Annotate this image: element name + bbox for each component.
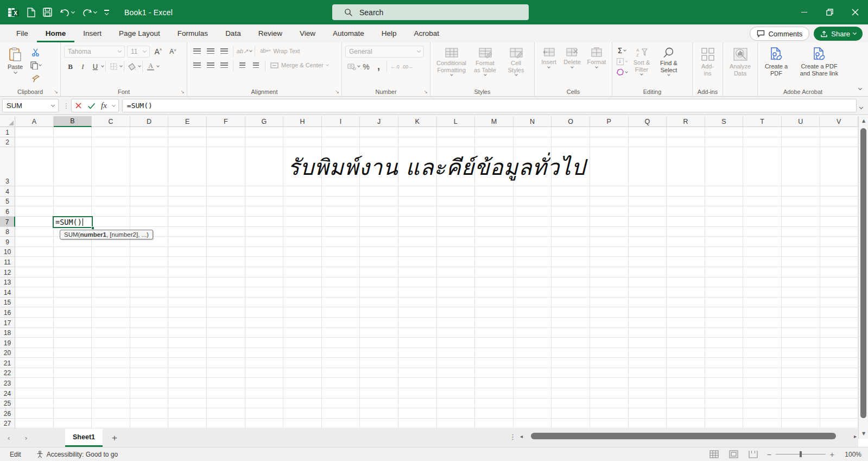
zoom-track[interactable] bbox=[776, 454, 826, 454]
italic-button[interactable]: I bbox=[77, 61, 89, 72]
format-as-table-button[interactable]: Format as Table bbox=[470, 46, 501, 77]
row-header-5[interactable]: 5 bbox=[0, 197, 15, 207]
collapse-ribbon-icon[interactable] bbox=[859, 82, 861, 92]
tab-automate[interactable]: Automate bbox=[324, 24, 373, 42]
grid-row-19[interactable] bbox=[15, 338, 858, 348]
column-header-h[interactable]: H bbox=[283, 116, 322, 127]
grid-row-26[interactable] bbox=[15, 408, 858, 419]
vertical-scrollbar[interactable]: ▲ ▼ bbox=[858, 116, 868, 439]
column-header-k[interactable]: K bbox=[398, 116, 437, 127]
column-header-m[interactable]: M bbox=[475, 116, 514, 127]
cell-styles-button[interactable]: Cell Styles bbox=[502, 46, 530, 77]
grid-row-25[interactable] bbox=[15, 399, 858, 409]
sort-filter-button[interactable]: AZ Sort & Filter bbox=[629, 46, 654, 77]
row-header-16[interactable]: 16 bbox=[0, 307, 15, 318]
tab-view[interactable]: View bbox=[291, 24, 324, 42]
column-header-i[interactable]: I bbox=[322, 116, 360, 127]
row-header-15[interactable]: 15 bbox=[0, 298, 15, 308]
grid-row-12[interactable] bbox=[15, 267, 858, 277]
page-break-view-icon[interactable] bbox=[747, 449, 759, 460]
tab-help[interactable]: Help bbox=[373, 24, 406, 42]
column-header-n[interactable]: N bbox=[514, 116, 552, 127]
font-family-select[interactable]: Tahoma bbox=[64, 46, 125, 58]
grid-row-7[interactable] bbox=[15, 217, 858, 227]
font-color-dropdown-icon[interactable] bbox=[156, 64, 160, 67]
decrease-decimal-icon[interactable]: .00→ bbox=[401, 61, 414, 72]
row-header-19[interactable]: 19 bbox=[0, 338, 15, 348]
row-header-10[interactable]: 10 bbox=[0, 247, 15, 257]
column-header-s[interactable]: S bbox=[705, 116, 744, 127]
grid-row-14[interactable] bbox=[15, 287, 858, 298]
undo-button[interactable] bbox=[60, 8, 74, 17]
sheet-nav-prev-icon[interactable]: ‹ bbox=[0, 429, 17, 447]
grid-row-10[interactable] bbox=[15, 247, 858, 257]
column-header-v[interactable]: V bbox=[820, 116, 858, 127]
wrap-text-button[interactable]: ab↩ Wrap Text bbox=[258, 47, 302, 55]
format-cells-button[interactable]: Format bbox=[585, 46, 609, 70]
column-header-a[interactable]: A bbox=[15, 116, 54, 127]
grid-row-27[interactable] bbox=[15, 419, 858, 429]
save-icon[interactable] bbox=[43, 8, 52, 17]
row-header-11[interactable]: 11 bbox=[0, 257, 15, 267]
grid-row-5[interactable] bbox=[15, 197, 858, 207]
scroll-down-icon[interactable]: ▼ bbox=[859, 429, 868, 438]
number-format-select[interactable]: General bbox=[345, 46, 424, 58]
page-layout-view-icon[interactable] bbox=[728, 449, 740, 460]
font-color-icon[interactable]: A bbox=[144, 61, 157, 72]
insert-cells-button[interactable]: Insert bbox=[538, 46, 560, 70]
horizontal-scroll-thumb[interactable] bbox=[531, 433, 836, 439]
row-header-18[interactable]: 18 bbox=[0, 328, 15, 338]
paste-button[interactable]: Paste bbox=[3, 46, 27, 84]
column-header-b[interactable]: B bbox=[54, 116, 92, 127]
undo-dropdown-icon[interactable] bbox=[71, 9, 75, 13]
decrease-indent-icon[interactable] bbox=[236, 60, 249, 71]
create-pdf-share-button[interactable]: Create a PDF and Share link bbox=[794, 46, 844, 78]
row-header-8[interactable]: 8 bbox=[0, 227, 15, 237]
select-all-corner[interactable] bbox=[0, 116, 15, 127]
column-header-o[interactable]: O bbox=[552, 116, 590, 127]
font-size-select[interactable]: 11 bbox=[127, 46, 150, 58]
comma-style-button[interactable]: , bbox=[372, 61, 385, 72]
horizontal-scrollbar[interactable]: ◂ ▸ bbox=[520, 432, 857, 440]
minimize-button[interactable] bbox=[791, 0, 817, 24]
align-bottom-icon[interactable] bbox=[218, 46, 230, 57]
row-header-27[interactable]: 27 bbox=[0, 419, 15, 429]
accessibility-checker[interactable]: Accessibility: Good to go bbox=[36, 451, 118, 458]
row-header-13[interactable]: 13 bbox=[0, 277, 15, 288]
bold-button[interactable]: B bbox=[64, 61, 77, 72]
column-header-t[interactable]: T bbox=[743, 116, 782, 127]
row-header-7[interactable]: 7 bbox=[0, 217, 15, 227]
row-header-23[interactable]: 23 bbox=[0, 378, 15, 388]
search-box[interactable]: Search bbox=[332, 4, 529, 20]
row-header-14[interactable]: 14 bbox=[0, 287, 15, 298]
decrease-font-icon[interactable]: A˅ bbox=[167, 46, 179, 58]
scroll-up-icon[interactable]: ▲ bbox=[859, 116, 868, 125]
grid-row-24[interactable] bbox=[15, 388, 858, 399]
comments-button[interactable]: Comments bbox=[750, 27, 809, 41]
addins-button[interactable]: Add-ins bbox=[696, 46, 719, 78]
grid-row-16[interactable] bbox=[15, 307, 858, 318]
format-painter-icon[interactable] bbox=[29, 73, 42, 84]
name-box[interactable]: SUM bbox=[2, 99, 59, 112]
row-header-22[interactable]: 22 bbox=[0, 368, 15, 378]
increase-indent-icon[interactable] bbox=[250, 60, 262, 71]
grid-row-22[interactable] bbox=[15, 368, 858, 378]
scroll-left-icon[interactable]: ◂ bbox=[520, 433, 523, 439]
align-left-icon[interactable] bbox=[191, 60, 203, 71]
expand-formula-bar-icon[interactable] bbox=[860, 101, 863, 111]
autosum-button[interactable]: Σ bbox=[616, 46, 628, 55]
column-header-r[interactable]: R bbox=[667, 116, 705, 127]
grid-row-2[interactable] bbox=[15, 137, 858, 148]
column-header-j[interactable]: J bbox=[360, 116, 398, 127]
share-button[interactable]: Share bbox=[814, 27, 863, 41]
tab-acrobat[interactable]: Acrobat bbox=[406, 24, 448, 42]
align-middle-icon[interactable] bbox=[204, 46, 217, 57]
font-dialog-launcher[interactable]: ↘ bbox=[180, 89, 185, 94]
column-header-g[interactable]: G bbox=[245, 116, 284, 127]
clipboard-dialog-launcher[interactable]: ↘ bbox=[54, 89, 58, 94]
grid-row-15[interactable] bbox=[15, 298, 858, 308]
row-header-9[interactable]: 9 bbox=[0, 237, 15, 247]
row-header-25[interactable]: 25 bbox=[0, 399, 15, 409]
delete-cells-button[interactable]: Delete bbox=[561, 46, 584, 70]
orientation-dropdown-icon[interactable] bbox=[249, 49, 252, 52]
